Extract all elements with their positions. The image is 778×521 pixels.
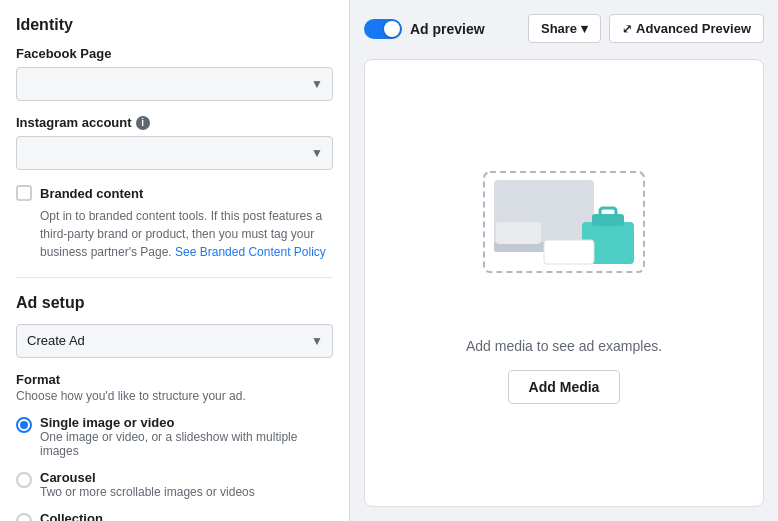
radio-option-collection[interactable]: Collection A group of items that opens i… bbox=[16, 511, 333, 522]
preview-header-buttons: Share ▾ ⤢ Advanced Preview bbox=[528, 14, 764, 43]
facebook-page-select-wrapper: ▼ bbox=[16, 67, 333, 101]
radio-option-single[interactable]: Single image or video One image or video… bbox=[16, 415, 333, 458]
format-radio-group: Single image or video One image or video… bbox=[16, 415, 333, 522]
radio-option-carousel[interactable]: Carousel Two or more scrollable images o… bbox=[16, 470, 333, 499]
identity-title: Identity bbox=[16, 16, 333, 34]
ad-setup-title: Ad setup bbox=[16, 294, 333, 312]
radio-carousel-desc: Two or more scrollable images or videos bbox=[40, 485, 255, 499]
section-divider-1 bbox=[16, 277, 333, 278]
branded-content-text: Branded content Opt in to branded conten… bbox=[40, 184, 333, 261]
share-chevron-icon: ▾ bbox=[581, 21, 588, 36]
preview-content-area: Add media to see ad examples. Add Media bbox=[364, 59, 764, 507]
share-button[interactable]: Share ▾ bbox=[528, 14, 601, 43]
create-ad-select[interactable]: Create Ad bbox=[16, 324, 333, 358]
ad-preview-label: Ad preview bbox=[410, 21, 485, 37]
ad-preview-toggle-row: Ad preview bbox=[364, 19, 485, 39]
radio-collection-icon[interactable] bbox=[16, 513, 32, 522]
svg-rect-3 bbox=[496, 222, 541, 244]
svg-rect-5 bbox=[592, 214, 624, 226]
branded-content-checkbox[interactable] bbox=[16, 185, 32, 201]
radio-single-image-icon[interactable] bbox=[16, 417, 32, 433]
add-media-button[interactable]: Add Media bbox=[508, 370, 621, 404]
advanced-preview-button[interactable]: ⤢ Advanced Preview bbox=[609, 14, 764, 43]
add-media-description: Add media to see ad examples. bbox=[466, 338, 662, 354]
ad-placeholder-illustration bbox=[464, 162, 664, 322]
svg-rect-7 bbox=[544, 240, 594, 264]
branded-content-policy-link[interactable]: See Branded Content Policy bbox=[175, 245, 326, 259]
format-label: Format bbox=[16, 372, 333, 387]
radio-single-image-desc: One image or video, or a slideshow with … bbox=[40, 430, 333, 458]
toggle-knob bbox=[384, 21, 400, 37]
facebook-page-label: Facebook Page bbox=[16, 46, 333, 61]
radio-single-image-label: Single image or video bbox=[40, 415, 333, 430]
ad-preview-toggle[interactable] bbox=[364, 19, 402, 39]
right-panel: Ad preview Share ▾ ⤢ Advanced Preview bbox=[350, 0, 778, 521]
preview-header: Ad preview Share ▾ ⤢ Advanced Preview bbox=[364, 14, 764, 43]
expand-icon: ⤢ bbox=[622, 22, 632, 36]
radio-collection-label: Collection bbox=[40, 511, 333, 522]
instagram-account-select-wrapper: ▼ bbox=[16, 136, 333, 170]
instagram-account-select[interactable] bbox=[16, 136, 333, 170]
format-desc: Choose how you'd like to structure your … bbox=[16, 389, 333, 403]
branded-content-row: Branded content Opt in to branded conten… bbox=[16, 184, 333, 261]
instagram-account-label: Instagram account i bbox=[16, 115, 333, 130]
radio-carousel-icon[interactable] bbox=[16, 472, 32, 488]
svg-rect-6 bbox=[600, 208, 616, 218]
radio-carousel-label: Carousel bbox=[40, 470, 255, 485]
create-ad-select-wrapper: Create Ad ▼ bbox=[16, 324, 333, 358]
facebook-page-select[interactable] bbox=[16, 67, 333, 101]
left-panel: Identity Facebook Page ▼ Instagram accou… bbox=[0, 0, 350, 521]
instagram-info-icon[interactable]: i bbox=[136, 116, 150, 130]
